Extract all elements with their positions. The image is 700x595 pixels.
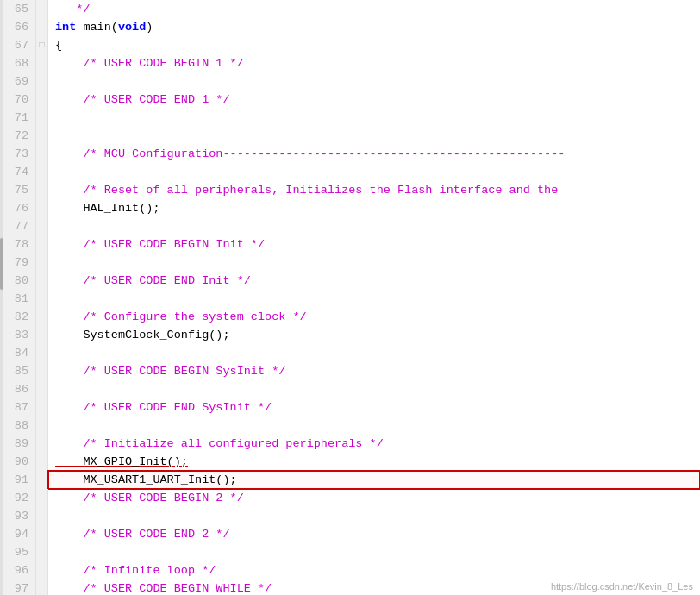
line-content	[48, 254, 700, 272]
code-token: HAL_Init();	[55, 202, 160, 215]
fold-indicator[interactable]	[36, 471, 48, 489]
line-content	[48, 507, 700, 525]
code-line: 71	[0, 109, 700, 127]
line-content	[48, 344, 700, 362]
fold-indicator[interactable]	[36, 507, 48, 525]
fold-indicator[interactable]	[36, 0, 48, 18]
code-token: /* USER CODE END 2 */	[55, 528, 230, 541]
scrollbar-thumb[interactable]	[0, 238, 3, 290]
fold-indicator[interactable]	[36, 72, 48, 91]
code-token: /* Initialize all configured peripherals…	[55, 437, 384, 450]
line-number: 89	[0, 435, 36, 453]
code-token: /* Infinite loop */	[55, 564, 216, 577]
line-number: 74	[0, 163, 36, 181]
line-number: 71	[0, 109, 36, 127]
fold-indicator[interactable]	[36, 525, 48, 543]
code-line: 67□{	[0, 36, 700, 54]
fold-indicator[interactable]	[36, 326, 48, 344]
code-token: /* USER CODE BEGIN Init */	[55, 238, 265, 251]
line-content: /* Initialize all configured peripherals…	[48, 435, 700, 453]
line-number: 84	[0, 344, 36, 362]
fold-indicator[interactable]	[36, 489, 48, 507]
fold-indicator[interactable]	[36, 272, 48, 290]
line-number: 70	[0, 91, 36, 109]
line-number: 67	[0, 36, 36, 54]
code-line: 82 /* Configure the system clock */	[0, 308, 700, 326]
code-line: 92 /* USER CODE BEGIN 2 */	[0, 489, 700, 507]
fold-indicator[interactable]	[36, 199, 48, 217]
fold-indicator[interactable]	[36, 344, 48, 362]
line-content: /* USER CODE BEGIN 1 */	[48, 54, 700, 72]
fold-indicator[interactable]	[36, 561, 48, 579]
fold-indicator[interactable]	[36, 91, 48, 109]
line-content: MX_GPIO_Init();	[48, 453, 700, 471]
line-number: 77	[0, 217, 36, 235]
fold-indicator[interactable]	[36, 380, 48, 398]
code-token: /* USER CODE BEGIN WHILE */	[55, 582, 272, 595]
fold-indicator[interactable]	[36, 398, 48, 416]
code-line: 91 MX_USART1_UART_Init();	[0, 471, 700, 489]
line-number: 68	[0, 54, 36, 72]
code-token: MX_USART1_UART_Init();	[55, 473, 237, 486]
fold-indicator[interactable]	[36, 127, 48, 145]
fold-indicator[interactable]	[36, 308, 48, 326]
code-line: 95	[0, 543, 700, 561]
code-line: 87 /* USER CODE END SysInit */	[0, 398, 700, 416]
code-line: 76 HAL_Init();	[0, 199, 700, 217]
fold-indicator[interactable]	[36, 362, 48, 380]
fold-indicator[interactable]	[36, 435, 48, 453]
line-number: 65	[0, 0, 36, 18]
code-line: 90 MX_GPIO_Init();	[0, 453, 700, 471]
line-number: 92	[0, 489, 36, 507]
line-number: 94	[0, 525, 36, 543]
code-token: /* USER CODE END Init */	[55, 274, 251, 287]
line-content: /* Configure the system clock */	[48, 308, 700, 326]
fold-indicator[interactable]	[36, 235, 48, 254]
line-content: int main(void)	[48, 18, 700, 36]
fold-indicator[interactable]	[36, 54, 48, 72]
code-line: 74	[0, 163, 700, 181]
fold-indicator[interactable]	[36, 109, 48, 127]
line-content: */	[48, 0, 700, 18]
code-token: main(	[76, 21, 118, 34]
fold-indicator[interactable]	[36, 290, 48, 308]
code-line: 93	[0, 507, 700, 525]
code-token: /* USER CODE BEGIN 1 */	[55, 57, 244, 70]
line-number: 81	[0, 290, 36, 308]
line-content: /* USER CODE BEGIN 2 */	[48, 489, 700, 507]
watermark: https://blog.csdn.net/Kevin_8_Les	[551, 581, 693, 592]
line-number: 95	[0, 543, 36, 561]
fold-indicator[interactable]	[36, 543, 48, 561]
line-content: /* USER CODE BEGIN Init */	[48, 235, 700, 254]
line-content: /* USER CODE BEGIN SysInit */	[48, 362, 700, 380]
code-token: /* USER CODE END SysInit */	[55, 401, 272, 414]
line-number: 73	[0, 145, 36, 163]
fold-indicator[interactable]	[36, 163, 48, 181]
line-number: 75	[0, 181, 36, 199]
code-token: MX_GPIO_Init();	[55, 455, 188, 468]
line-content: {	[48, 36, 700, 54]
line-number: 79	[0, 254, 36, 272]
code-line: 77	[0, 217, 700, 235]
line-content	[48, 72, 700, 91]
line-number: 69	[0, 72, 36, 91]
line-content	[48, 127, 700, 145]
fold-indicator[interactable]	[36, 18, 48, 36]
fold-indicator[interactable]	[36, 181, 48, 199]
fold-indicator[interactable]	[36, 579, 48, 595]
line-content: /* MCU Configuration--------------------…	[48, 145, 700, 163]
fold-indicator[interactable]	[36, 217, 48, 235]
code-line: 79	[0, 254, 700, 272]
fold-indicator[interactable]	[36, 416, 48, 435]
line-content	[48, 109, 700, 127]
line-content: /* Infinite loop */	[48, 561, 700, 579]
line-content	[48, 543, 700, 561]
scrollbar[interactable]	[0, 0, 3, 595]
fold-indicator[interactable]	[36, 145, 48, 163]
fold-indicator[interactable]: □	[36, 36, 48, 54]
code-token: /* USER CODE BEGIN 2 */	[55, 492, 244, 504]
code-token: int	[55, 21, 76, 34]
fold-indicator[interactable]	[36, 254, 48, 272]
fold-indicator[interactable]	[36, 453, 48, 471]
line-number: 80	[0, 272, 36, 290]
